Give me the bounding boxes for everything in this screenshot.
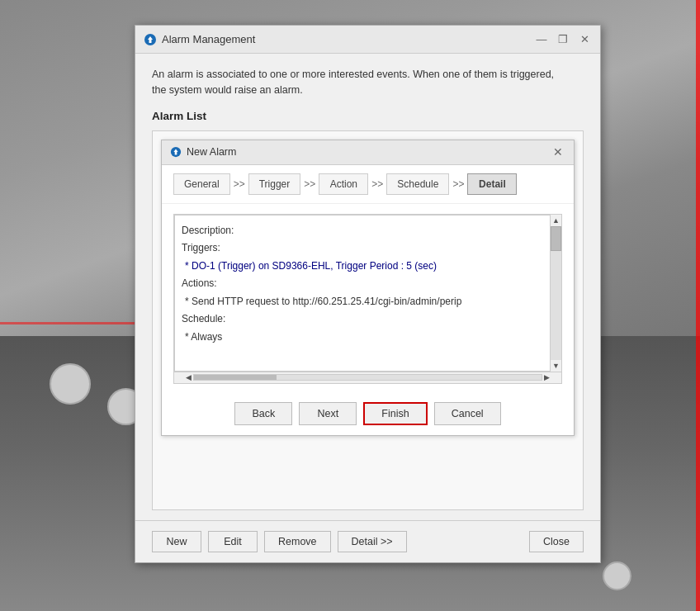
section-title: Alarm List (152, 110, 584, 122)
new-alarm-dialog: New Alarm ✕ General >> Trigger >> Action… (161, 140, 575, 436)
red-stripe-mid (0, 322, 140, 324)
scroll-thumb-vertical[interactable] (551, 226, 561, 251)
description-container: Description: Triggers: * DO-1 (Trigger) … (173, 214, 562, 384)
desc-line-description: Description: (182, 222, 544, 240)
remove-button[interactable]: Remove (264, 531, 331, 552)
desc-line-trigger-value: * DO-1 (Trigger) on SD9366-EHL, Trigger … (182, 258, 544, 276)
bg-camera-5 (603, 561, 631, 590)
app-icon (144, 33, 157, 46)
arrow-1: >> (230, 178, 248, 190)
arrow-3: >> (368, 178, 386, 190)
new-alarm-titlebar: New Alarm ✕ (162, 140, 574, 165)
close-dialog-button[interactable]: ✕ (577, 32, 592, 47)
scroll-right-arrow[interactable]: ▶ (544, 373, 550, 381)
scroll-thumb-horizontal[interactable] (194, 375, 277, 380)
intro-text: An alarm is associated to one or more in… (152, 67, 584, 98)
alarm-list-area: New Alarm ✕ General >> Trigger >> Action… (152, 130, 584, 510)
new-alarm-icon (170, 146, 182, 158)
vertical-scrollbar[interactable]: ▲ ▼ (550, 215, 561, 372)
desc-line-triggers: Triggers: (182, 239, 544, 258)
next-button[interactable]: Next (299, 402, 357, 425)
cancel-button[interactable]: Cancel (434, 402, 501, 425)
horizontal-scrollbar[interactable]: ◀ ▶ (174, 372, 561, 383)
step-action[interactable]: Action (319, 173, 368, 195)
new-alarm-button[interactable]: New (152, 531, 201, 552)
arrow-2: >> (300, 178, 319, 190)
alarm-bottom-bar: New Edit Remove Detail >> Close (135, 520, 600, 562)
scroll-track-vertical[interactable] (551, 226, 561, 360)
bg-camera-1 (50, 363, 91, 405)
steps-bar: General >> Trigger >> Action >> Schedule… (162, 165, 574, 204)
scroll-down-arrow[interactable]: ▼ (552, 360, 560, 372)
new-alarm-title-left: New Alarm (170, 146, 236, 158)
new-alarm-title-text: New Alarm (187, 146, 236, 158)
edit-button[interactable]: Edit (208, 531, 258, 552)
scroll-left-arrow[interactable]: ◀ (186, 373, 192, 381)
desc-line-schedule-value: * Always (182, 329, 544, 347)
desc-line-schedule: Schedule: (182, 310, 544, 329)
title-controls: — ❐ ✕ (534, 32, 592, 47)
alarm-dialog-body: An alarm is associated to one or more in… (135, 54, 600, 520)
description-box: Description: Triggers: * DO-1 (Trigger) … (174, 215, 561, 372)
step-detail[interactable]: Detail (467, 173, 517, 195)
back-button[interactable]: Back (234, 402, 292, 425)
alarm-dialog-titlebar: Alarm Management — ❐ ✕ (135, 26, 600, 54)
restore-button[interactable]: ❐ (556, 32, 570, 47)
new-alarm-buttons: Back Next Finish Cancel (162, 394, 574, 435)
scroll-track-horizontal[interactable] (193, 374, 542, 381)
step-general[interactable]: General (173, 173, 230, 195)
red-stripe-right (696, 0, 700, 611)
scroll-up-arrow[interactable]: ▲ (552, 215, 560, 226)
minimize-button[interactable]: — (534, 32, 549, 47)
step-schedule[interactable]: Schedule (386, 173, 449, 195)
detail-button[interactable]: Detail >> (338, 531, 407, 552)
desc-line-action-value: * Send HTTP request to http://60.251.25.… (182, 293, 544, 311)
content-area: Description: Triggers: * DO-1 (Trigger) … (162, 204, 574, 394)
new-alarm-close-button[interactable]: ✕ (551, 144, 565, 159)
close-main-button[interactable]: Close (529, 531, 584, 552)
step-trigger[interactable]: Trigger (248, 173, 301, 195)
arrow-4: >> (449, 178, 467, 190)
title-bar-left: Alarm Management (144, 33, 255, 46)
alarm-dialog-title: Alarm Management (162, 33, 255, 45)
finish-button[interactable]: Finish (363, 402, 427, 425)
desc-line-actions: Actions: (182, 275, 544, 293)
alarm-management-dialog: Alarm Management — ❐ ✕ An alarm is assoc… (135, 25, 601, 563)
